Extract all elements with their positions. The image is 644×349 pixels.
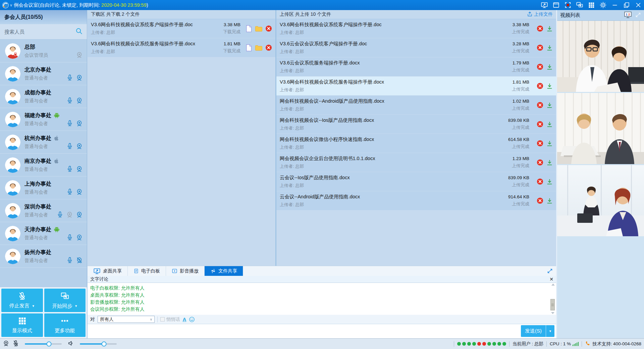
- upload-file-row[interactable]: 云会议--Android版产品使用指南.docx上传者: 总部 914.64 K…: [276, 191, 556, 210]
- search-input[interactable]: [4, 29, 75, 35]
- mic-icon[interactable]: [66, 143, 73, 149]
- delete-icon[interactable]: [537, 25, 543, 32]
- whiteboard-icon[interactable]: [550, 0, 562, 10]
- recipient-select[interactable]: 所有人∨: [98, 316, 155, 323]
- tab-电子白板[interactable]: 电子白板: [128, 266, 166, 276]
- scrollbar-thumb[interactable]: [550, 299, 555, 310]
- delete-icon[interactable]: [537, 44, 543, 51]
- upload-file-row[interactable]: 网会科技视频会议--Ios版产品使用指南.docx上传者: 总部 839.08 …: [276, 115, 556, 134]
- action-button[interactable]: 开始同步▼: [44, 289, 86, 312]
- camera-icon[interactable]: [76, 120, 83, 127]
- chevron-down-icon[interactable]: ▼: [546, 330, 554, 333]
- download-icon[interactable]: [546, 83, 553, 89]
- download-icon[interactable]: [546, 121, 553, 128]
- camera-gray-icon[interactable]: [66, 211, 73, 218]
- chevron-down-icon[interactable]: ▼: [32, 304, 35, 308]
- upload-file-row[interactable]: 网会科技视频会议--Android版产品使用指南.docx上传者: 总部 1.0…: [276, 96, 556, 114]
- search-icon[interactable]: [75, 28, 83, 36]
- mic-volume-slider[interactable]: [25, 343, 62, 345]
- upload-file-row[interactable]: V3.6网会科技视频会议系统服务端操作手册.docx上传者: 总部 1.81 M…: [276, 77, 556, 95]
- camera-icon[interactable]: [76, 234, 83, 241]
- speaker-icon[interactable]: [67, 340, 74, 348]
- download-icon[interactable]: [546, 102, 553, 108]
- maximize-icon[interactable]: [621, 0, 632, 10]
- camera-icon[interactable]: [76, 211, 83, 218]
- download-icon[interactable]: [546, 140, 553, 147]
- download-file-row[interactable]: V3.6网会科技视频会议系统客户端操作手册.doc上传者: 总部 3.38 MB…: [88, 19, 275, 38]
- action-button[interactable]: 显示模式: [1, 313, 43, 337]
- mic-icon[interactable]: [66, 97, 73, 104]
- participant-row[interactable]: 南京办事处 普通与会者: [0, 154, 87, 177]
- delete-icon[interactable]: [265, 25, 272, 32]
- open-folder-icon[interactable]: [255, 26, 262, 32]
- participant-row[interactable]: 深圳办事处 普通与会者: [0, 199, 87, 222]
- tab-影音播放[interactable]: 影音播放: [166, 266, 205, 276]
- camera-icon[interactable]: [76, 143, 83, 150]
- participant-row[interactable]: 上海办事处 普通与会者: [0, 177, 87, 199]
- chevron-down-icon[interactable]: ∨: [10, 3, 12, 7]
- open-folder-icon[interactable]: [255, 45, 262, 51]
- upload-file-row[interactable]: 网会科技视频会议微信小程序快速指南.docx上传者: 总部 614.58 KB上…: [276, 134, 556, 153]
- checkbox-icon[interactable]: [160, 317, 165, 321]
- scroll-down-icon[interactable]: [551, 312, 554, 314]
- expand-icon[interactable]: [547, 268, 553, 274]
- scroll-up-icon[interactable]: [551, 284, 555, 286]
- mic-icon[interactable]: [66, 257, 73, 263]
- whisper-checkbox[interactable]: 悄悄话: [160, 316, 180, 322]
- participant-row[interactable]: 天津办事处 普通与会者: [0, 222, 87, 245]
- settings-icon[interactable]: [597, 0, 609, 10]
- upload-file-row[interactable]: V3.6网会科技视频会议系统客户端操作手册.doc上传者: 总部 3.38 MB…: [276, 19, 556, 38]
- upload-file-row[interactable]: 网会视频会议企业后台使用说明书1.0.1.docx上传者: 总部 1.23 MB…: [276, 153, 556, 172]
- delete-icon[interactable]: [537, 102, 543, 108]
- mic-icon[interactable]: [66, 74, 73, 81]
- font-style-button[interactable]: A: [183, 316, 186, 322]
- app-logo-icon[interactable]: [2, 2, 9, 9]
- download-icon[interactable]: [546, 64, 553, 70]
- record-icon[interactable]: [562, 0, 574, 10]
- emoji-button[interactable]: [189, 316, 195, 322]
- delete-icon[interactable]: [537, 197, 543, 204]
- mic-icon[interactable]: [66, 234, 73, 241]
- camera-icon[interactable]: [76, 97, 83, 104]
- action-button[interactable]: 停止发言▼: [1, 289, 43, 312]
- upload-file-row[interactable]: V3.6云会议会议系统客户端操作手册.doc上传者: 总部 3.28 MB上传完…: [276, 38, 556, 57]
- video-thumbnail[interactable]: [557, 21, 644, 92]
- close-icon[interactable]: ✕: [549, 277, 553, 282]
- camera-icon[interactable]: [76, 74, 83, 81]
- upload-file-button[interactable]: 上传文件: [527, 11, 553, 18]
- mic-icon[interactable]: [66, 188, 73, 195]
- minimize-icon[interactable]: [609, 0, 621, 10]
- download-icon[interactable]: [546, 198, 553, 204]
- screen-number-icon[interactable]: 12: [624, 11, 632, 19]
- open-file-icon[interactable]: [246, 44, 252, 51]
- participant-row[interactable]: 杭州办事处 普通与会者: [0, 131, 87, 154]
- delete-icon[interactable]: [537, 121, 543, 128]
- action-button[interactable]: 更多功能: [44, 313, 86, 337]
- tab-文件共享[interactable]: 文件共享: [205, 266, 243, 276]
- participant-row[interactable]: 扬州办事处 普通与会者: [0, 245, 87, 268]
- mic-icon[interactable]: [66, 120, 73, 127]
- camera-off-icon[interactable]: [76, 257, 83, 264]
- sync-icon[interactable]: [574, 0, 585, 10]
- speaker-volume-slider[interactable]: [80, 343, 117, 345]
- mic-icon[interactable]: [57, 211, 63, 218]
- mic-off-icon[interactable]: [12, 340, 19, 348]
- participant-row[interactable]: 北京办事处 普通与会者: [0, 62, 87, 85]
- participant-row[interactable]: 福建办事处 普通与会者: [0, 108, 87, 131]
- send-button[interactable]: 发送(S) ▼: [521, 325, 554, 337]
- close-icon[interactable]: [632, 0, 644, 10]
- webcam-icon[interactable]: [3, 340, 9, 348]
- video-thumbnail[interactable]: [557, 93, 644, 164]
- screen-share-icon[interactable]: [538, 0, 550, 10]
- delete-icon[interactable]: [265, 44, 272, 51]
- camera-icon[interactable]: [76, 188, 83, 195]
- delete-icon[interactable]: [537, 178, 543, 185]
- delete-icon[interactable]: [537, 159, 543, 166]
- download-icon[interactable]: [546, 26, 553, 32]
- chevron-down-icon[interactable]: ▼: [74, 304, 77, 308]
- expand-icon[interactable]: [635, 12, 641, 19]
- tab-桌面共享[interactable]: 桌面共享: [88, 266, 128, 276]
- participant-row[interactable]: 成都办事处 普通与会者: [0, 85, 87, 108]
- chat-scrollbar[interactable]: [550, 284, 555, 314]
- chat-input-area[interactable]: 发送(S) ▼: [88, 324, 556, 338]
